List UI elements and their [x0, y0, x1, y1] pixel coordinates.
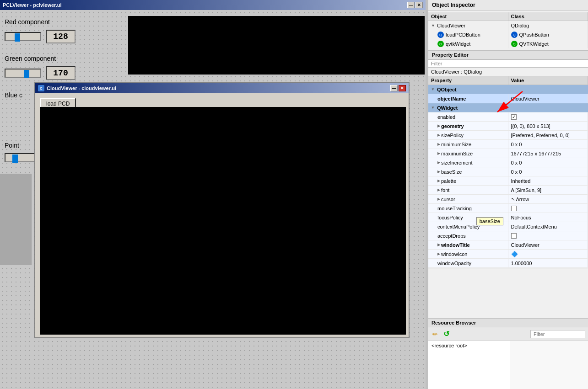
main-close-button[interactable]: ✕ [415, 2, 423, 8]
object-tree: Object Class ▼ CloudViewer QDialog Q loa… [428, 11, 588, 51]
qobject-group-label: QObject [437, 87, 457, 92]
prop-row-geometry[interactable]: ▶ geometry [(0, 0), 800 x 513] [428, 122, 588, 131]
geometry-label: geometry [441, 123, 464, 129]
resource-main-area [510, 341, 588, 389]
prop-maxsize-key: ▶ maximumSize [428, 149, 508, 158]
blue-component-row: Blue c [5, 91, 22, 99]
prop-windowtitle-key: ▶ windowTitle [428, 240, 508, 249]
minsize-expand: ▶ [437, 142, 440, 146]
tree-header: Object Class [428, 12, 588, 21]
prop-row-sizepolicy[interactable]: ▶ sizePolicy [Preferred, Preferred, 0, 0… [428, 131, 588, 140]
prop-row-contextmenupolicy[interactable]: contextMenuPolicy DefaultContextMenu [428, 222, 588, 231]
red-slider[interactable] [5, 32, 41, 41]
tree-cell-qvtk-class: Q QVTKWidget [508, 39, 588, 48]
prop-acceptdrops-value [508, 231, 588, 240]
tree-class-header: Class [508, 12, 588, 21]
tree-loadpcd-class: QPushButton [519, 32, 549, 37]
acceptdrops-checkbox[interactable] [511, 233, 517, 239]
tree-cell-cloudviewer-object: ▼ CloudViewer [428, 21, 508, 30]
prop-maxsize-value: 16777215 x 16777215 [508, 149, 588, 158]
tree-cloudviewer-class: QDialog [511, 23, 529, 28]
prop-row-objectname[interactable]: objectName CloudViewer [428, 94, 588, 103]
prop-sizepolicy-key: ▶ sizePolicy [428, 131, 508, 139]
prop-row-focuspolicy[interactable]: focusPolicy NoFocus [428, 213, 588, 222]
green-component-row: Green component 170 [5, 55, 56, 62]
red-component-label: Red component [5, 18, 50, 26]
prop-row-palette[interactable]: ▶ palette Inherited [428, 176, 588, 186]
prop-row-enabled[interactable]: enabled ✓ [428, 112, 588, 122]
prop-row-windowicon[interactable]: ▶ windowIcon 🔷 [428, 250, 588, 259]
resource-edit-button[interactable]: ✏ [431, 330, 440, 339]
left-gray-panel [0, 174, 32, 265]
mousetracking-checkbox[interactable] [511, 206, 517, 211]
prop-mousetracking-key: mouseTracking [428, 204, 508, 213]
resource-refresh-button[interactable]: ↺ [442, 329, 451, 339]
cloud-titlebar-buttons: — ✕ [390, 85, 406, 91]
cursor-label: cursor [441, 197, 455, 202]
resource-tree: <resource root> [428, 341, 510, 389]
prop-row-minsize[interactable]: ▶ minimumSize 0 x 0 [428, 140, 588, 149]
basesize-expand: ▶ [437, 170, 440, 174]
green-slider[interactable] [5, 69, 41, 78]
prop-row-cursor[interactable]: ▶ cursor ↖ Arrow [428, 195, 588, 204]
qwidget-group-cell: ▼ QWidget [428, 103, 508, 112]
cursor-expand: ▶ [437, 197, 440, 201]
qvtk-icon: Q [437, 41, 444, 47]
prop-sizeincrement-value: 0 x 0 [508, 158, 588, 167]
prop-contextmenupolicy-key: contextMenuPolicy [428, 222, 508, 231]
cursor-value-text: Arrow [516, 197, 529, 202]
red-component-row: Red component 128 [5, 18, 50, 26]
property-context-label: CloudViewer : QDialog [428, 68, 588, 76]
point-label: Point [5, 142, 19, 149]
prop-row-sizeincrement[interactable]: ▶ sizeIncrement 0 x 0 [428, 158, 588, 167]
prop-basesize-key: ▶ baseSize [428, 167, 508, 176]
font-expand: ▶ [437, 188, 440, 192]
qobject-group: ▼ QObject [428, 85, 588, 94]
green-value-box: 170 [46, 66, 76, 80]
cloud-close-button[interactable]: ✕ [399, 85, 406, 91]
sizeincrement-label: sizeIncrement [441, 160, 472, 165]
basesize-label: baseSize [441, 169, 462, 175]
prop-font-value: A [SimSun, 9] [508, 186, 588, 194]
maxsize-expand: ▶ [437, 151, 440, 155]
resource-content: <resource root> [428, 341, 588, 389]
prop-row-basesize[interactable]: ▶ baseSize 0 x 0 [428, 167, 588, 176]
loadpcd-class-icon: Q [511, 32, 518, 38]
object-inspector-title: Object Inspector [428, 0, 588, 11]
prop-sizeincrement-key: ▶ sizeIncrement [428, 158, 508, 167]
cloud-window-title: CloudViewer - cloudviewer.ui [47, 85, 116, 91]
prop-row-windowopacity[interactable]: windowOpacity 1.000000 [428, 259, 588, 268]
tree-qvtk-name: qvtkWidget [446, 41, 470, 47]
prop-windowopacity-value: 1.000000 [508, 259, 588, 267]
main-minimize-button[interactable]: — [407, 2, 415, 8]
qwidget-group-label: QWidget [437, 105, 458, 111]
windowicon-icon: 🔷 [511, 251, 518, 257]
qwidget-group: ▼ QWidget [428, 103, 588, 112]
cloud-titlebar-left: C CloudViewer - cloudviewer.ui [38, 85, 116, 91]
property-filter-input[interactable] [428, 59, 588, 68]
main-titlebar: PCLViewer - pclviewer.ui — ✕ [0, 0, 426, 10]
red-value-box: 128 [46, 30, 76, 43]
prop-row-mousetracking[interactable]: mouseTracking [428, 204, 588, 213]
prop-row-font[interactable]: ▶ font A [SimSun, 9] [428, 186, 588, 195]
tree-loadpcd-name: loadPCDButton [446, 32, 480, 37]
pencil-icon: ✏ [432, 330, 438, 338]
tree-row-qvtk[interactable]: Q qvtkWidget Q QVTKWidget [428, 39, 588, 48]
prop-row-windowtitle[interactable]: ▶ windowTitle CloudViewer [428, 240, 588, 250]
prop-row-acceptdrops[interactable]: acceptDrops [428, 231, 588, 240]
prop-geometry-key: ▶ geometry [428, 122, 508, 130]
prop-windowopacity-key: windowOpacity [428, 259, 508, 267]
red-component-controls: 128 [5, 30, 76, 43]
tree-row-loadpcd[interactable]: Q loadPCDButton Q QPushButton [428, 30, 588, 39]
prop-basesize-value: 0 x 0 [508, 167, 588, 176]
prop-row-maxsize[interactable]: ▶ maximumSize 16777215 x 16777215 [428, 149, 588, 158]
prop-enabled-value: ✓ [508, 112, 588, 121]
prop-value-header: Value [508, 76, 588, 85]
qobject-group-value [508, 85, 588, 94]
tree-cell-cloudviewer-class: QDialog [508, 21, 588, 30]
tree-row-cloudviewer[interactable]: ▼ CloudViewer QDialog [428, 21, 588, 30]
cloud-minimize-button[interactable]: — [390, 85, 398, 91]
main-window-title: PCLViewer - pclviewer.ui [3, 2, 62, 8]
enabled-checkbox[interactable]: ✓ [511, 114, 517, 120]
resource-filter-input[interactable] [530, 330, 585, 338]
